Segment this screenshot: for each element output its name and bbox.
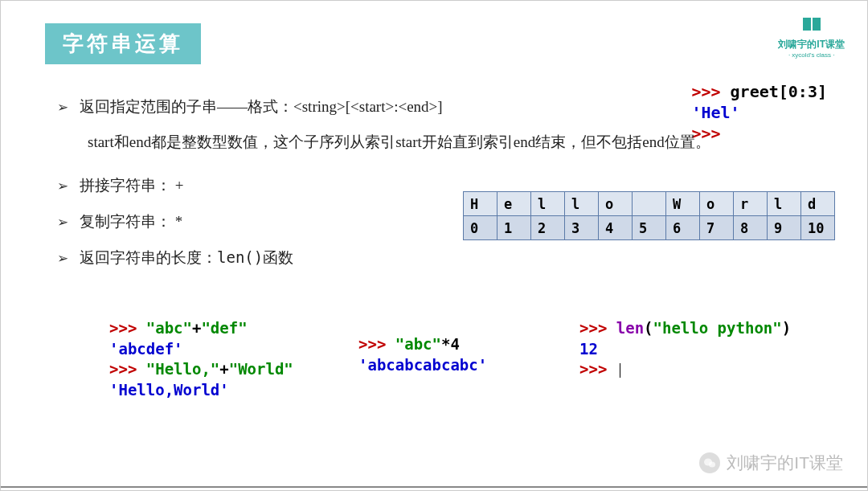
content-area: ➢ 返回指定范围的子串——格式：<string>[<start>:<end>] … xyxy=(57,93,835,280)
code-snippet-repeat: >>> "abc"*4 'abcabcabcabc' xyxy=(358,334,487,375)
watermark: 刘啸宇的IT课堂 xyxy=(699,452,843,474)
text-cursor xyxy=(620,363,620,378)
wechat-icon xyxy=(699,452,720,473)
code-snippet-concat: >>> "abc"+"def" 'abcdef' >>> "Hello,"+"W… xyxy=(109,318,293,401)
brand-text: 刘啸宇的IT课堂 xyxy=(778,38,845,51)
arrow-icon: ➢ xyxy=(57,211,68,235)
slide-title: 字符串运算 xyxy=(45,23,201,64)
brand-sub: · xycold's class · xyxy=(778,51,845,59)
arrow-icon: ➢ xyxy=(57,247,68,272)
string-index-table: Hello World 012345678910 xyxy=(463,191,835,240)
arrow-icon: ➢ xyxy=(57,174,68,199)
code-snippet-len: >>> len("hello python") 12 >>> xyxy=(579,318,791,380)
brand-logo: 刘啸宇的IT课堂 · xycold's class · xyxy=(778,15,845,59)
svg-point-1 xyxy=(709,462,715,468)
arrow-icon: ➢ xyxy=(57,96,68,121)
book-icon xyxy=(778,15,845,38)
table-row-chars: Hello World xyxy=(464,192,835,216)
bullet-substring: ➢ 返回指定范围的子串——格式：<string>[<start>:<end>] xyxy=(57,93,835,121)
bullet-substring-desc: start和end都是整数型数值，这个子序列从索引start开始直到索引end结… xyxy=(88,129,835,156)
bullet-len: ➢ 返回字符串的长度：len()函数 xyxy=(57,243,835,272)
bottom-divider xyxy=(1,486,867,488)
table-row-indices: 012345678910 xyxy=(464,216,835,240)
